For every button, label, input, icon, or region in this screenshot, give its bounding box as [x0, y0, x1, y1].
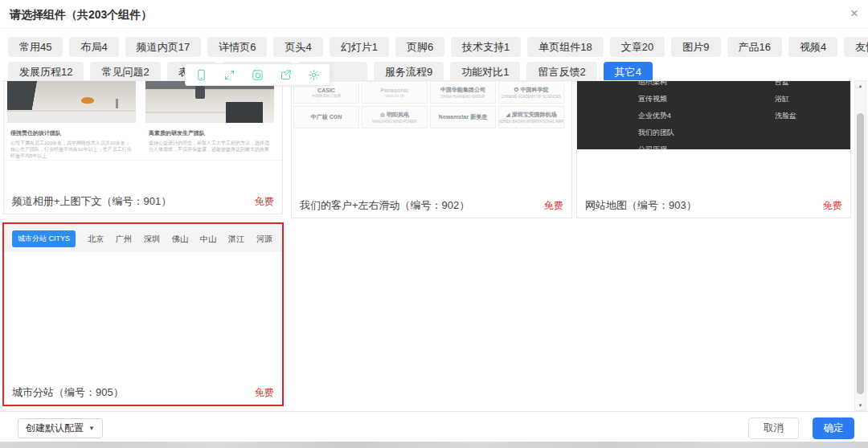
client-logo-cas: ✪ 中国科学院CHINESE ACADEMY OF SCIENCES	[498, 81, 564, 104]
tab-chanpin[interactable]: 产品16	[727, 37, 782, 57]
phone-preview-icon[interactable]	[187, 64, 215, 85]
card-preview-toolbar	[185, 63, 330, 86]
component-card-902[interactable]: CASIC中国航天科工集团 Panasonicideas for life 中国…	[291, 80, 572, 218]
modal-title: 请选择组件（共203个组件）	[10, 8, 152, 22]
tab-wenzhang[interactable]: 文章20	[610, 37, 665, 57]
kitchen-photo-left	[7, 81, 136, 123]
city-link: 河源	[256, 234, 272, 245]
card-inner-divider	[4, 160, 282, 161]
close-icon[interactable]: ×	[850, 6, 858, 20]
sitemap-preview: 组织架构 宣传视频 企业优势4 我们的团队 公司历程 为什么选择我们 台盆 浴缸…	[577, 81, 850, 149]
city-link: 深圳	[144, 234, 160, 245]
tab-liuyanfankui[interactable]: 留言反馈2	[526, 62, 596, 82]
config-select-label: 创建默认配置	[26, 422, 84, 435]
city-link: 湛江	[228, 234, 244, 245]
city-link: 广州	[116, 234, 132, 245]
tab-fuwuliucheng[interactable]: 服务流程9	[374, 62, 444, 82]
tab-changjianwenti[interactable]: 常见问题2	[90, 62, 160, 82]
card-label-row: 网站地图（编号：903） 免费	[577, 193, 850, 218]
page-behind-modal	[0, 442, 868, 448]
city-link: 佛山	[172, 234, 188, 245]
tab-danyezujian[interactable]: 单页组件18	[527, 37, 603, 57]
card-name: 我们的客户+左右滑动（编号：902）	[300, 198, 469, 213]
photo-caption-left: 很强责任的设计团队 公司下属有员工100余名，其中网络技术人员共10余名；核心生…	[10, 129, 133, 159]
chevron-down-icon: ▼	[88, 425, 95, 432]
settings-icon[interactable]	[300, 64, 328, 85]
tab-jishuzhichi[interactable]: 技术支持1	[451, 37, 521, 57]
export-icon[interactable]	[272, 64, 300, 85]
client-logo-mingyang: ◍ 明阳风电MINGYANG WIND POWER	[362, 106, 428, 128]
tab-shipin[interactable]: 视频4	[788, 37, 837, 57]
tab-youqinglianjie[interactable]: 友情链接3	[844, 37, 868, 57]
header-divider	[0, 28, 868, 29]
tab-buju[interactable]: 布局4	[69, 37, 118, 57]
photo-caption-right: 高素质的研发生产团队 坚持公益设计的理念，采取人工力学工程的方法，选择适合人体需…	[149, 129, 271, 153]
city-site-tabbar: 城市分站 CITYS 北京 广州 深圳 佛山 中山 湛江 河源 韶关 清远	[4, 226, 282, 252]
component-card-903[interactable]: 组织架构 宣传视频 企业优势4 我们的团队 公司历程 为什么选择我们 台盆 浴缸…	[576, 80, 851, 218]
scrollbar-thumb[interactable]	[857, 113, 864, 394]
price-badge: 免费	[544, 199, 563, 213]
card-name: 频道相册+上图下文（编号：901）	[12, 194, 171, 209]
footer-divider	[0, 411, 868, 412]
city-site-active-tab: 城市分站 CITYS	[12, 230, 76, 247]
tab-tupian[interactable]: 图片9	[671, 37, 720, 57]
cancel-button[interactable]: 取消	[748, 417, 799, 439]
card-label-row: 城市分站（编号：905） 免费	[4, 381, 282, 405]
confirm-button[interactable]: 确定	[813, 417, 854, 439]
client-logo-huaneng: 中国华能集团公司CHINA HUANENG GROUP	[430, 81, 496, 104]
scroll-up-arrow[interactable]: ▲	[855, 81, 866, 91]
tab-fazhanlicheng[interactable]: 发展历程12	[8, 62, 84, 82]
component-card-901[interactable]: 很强责任的设计团队 公司下属有员工100余名，其中网络技术人员共10余名；核心生…	[3, 80, 283, 214]
price-badge: 免费	[255, 195, 274, 209]
component-card-905-selected[interactable]: 城市分站 CITYS 北京 广州 深圳 佛山 中山 湛江 河源 韶关 清远 城市…	[2, 222, 284, 406]
tab-xiangqingye[interactable]: 详情页6	[207, 37, 267, 57]
card-label-row: 频道相册+上图下文（编号：901） 免费	[4, 189, 282, 214]
client-logo-cgn: 中广核 CGN	[293, 106, 359, 128]
price-badge: 免费	[823, 199, 842, 213]
tab-changyong[interactable]: 常用45	[8, 37, 63, 57]
card-name: 城市分站（编号：905）	[12, 385, 124, 400]
city-link: 中山	[200, 234, 216, 245]
category-tabs-row1: 常用45 布局4 频道内页17 详情页6 页头4 幻灯片1 页脚6 技术支持1 …	[8, 37, 868, 57]
create-default-config-select[interactable]: 创建默认配置 ▼	[18, 418, 103, 438]
tab-qita-active[interactable]: 其它4	[604, 62, 653, 82]
sitemap-links-right: 台盆 浴缸 洗脸盆	[775, 81, 796, 124]
tab-yetou[interactable]: 页头4	[273, 37, 322, 57]
card-label-row: 我们的客户+左右滑动（编号：902） 免费	[292, 193, 571, 218]
tab-huandengpian[interactable]: 幻灯片1	[330, 37, 389, 57]
card-name: 网站地图（编号：903）	[585, 198, 697, 213]
client-logo-grid: CASIC中国航天科工集团 Panasonicideas for life 中国…	[293, 81, 571, 128]
component-picker-modal: 请选择组件（共203个组件） × 常用45 布局4 频道内页17 详情页6 页头…	[0, 0, 868, 448]
tab-gongnengduibi[interactable]: 功能对比1	[450, 62, 520, 82]
city-link: 北京	[88, 234, 104, 245]
tab-pindaoneiye[interactable]: 频道内页17	[125, 37, 201, 57]
client-logo-newamstar: Newamstar 新美星	[430, 106, 496, 128]
fullscreen-icon[interactable]	[215, 64, 244, 85]
tab-yejiao[interactable]: 页脚6	[395, 37, 444, 57]
price-badge: 免费	[255, 386, 274, 400]
kitchen-photo-right	[145, 81, 274, 123]
client-logo-panasonic: Panasonicideas for life	[362, 81, 428, 104]
scroll-down-arrow[interactable]: ▼	[855, 401, 866, 410]
vertical-scrollbar[interactable]: ▲ ▼	[854, 80, 866, 411]
sitemap-links-left: 组织架构 宣传视频 企业优势4 我们的团队 公司历程 为什么选择我们	[638, 81, 689, 149]
screen-preview-icon[interactable]	[244, 64, 272, 85]
client-logo-airport: ◢ 深圳宝安国际机场SHENZHEN BAOAN INTERNATIONAL A…	[498, 106, 564, 128]
